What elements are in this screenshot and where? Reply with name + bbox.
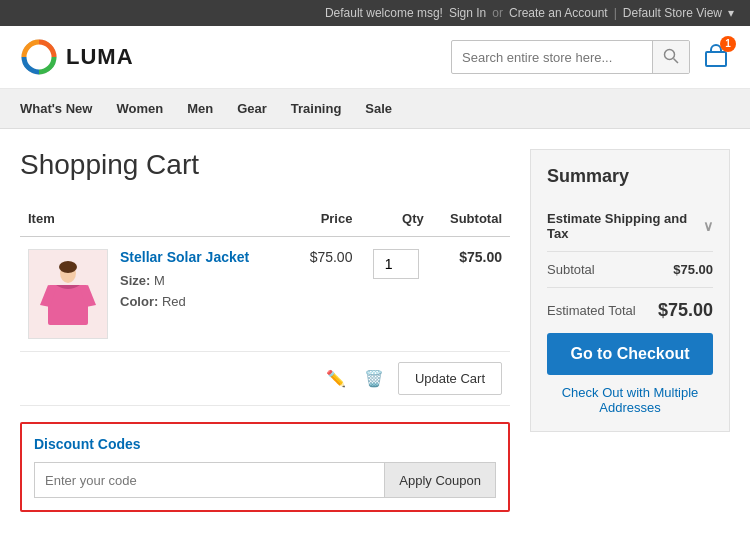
svg-line-2 xyxy=(674,58,679,63)
top-bar: Default welcome msg! Sign In or Create a… xyxy=(0,0,750,26)
total-value: $75.00 xyxy=(658,300,713,321)
coupon-code-input[interactable] xyxy=(34,462,384,498)
header-right: 1 xyxy=(451,40,730,74)
product-info: Stellar Solar Jacket Size: M Color: Red xyxy=(120,249,249,313)
search-input[interactable] xyxy=(452,44,652,71)
welcome-text: Default welcome msg! xyxy=(325,6,443,20)
summary-title: Summary xyxy=(547,166,713,187)
store-view-chevron-icon: ▾ xyxy=(728,6,734,20)
discount-title[interactable]: Discount Codes xyxy=(34,436,496,452)
table-row: Stellar Solar Jacket Size: M Color: Red … xyxy=(20,237,510,352)
header: LUMA 1 xyxy=(0,26,750,89)
nav-men[interactable]: Men xyxy=(187,89,213,128)
nav: What's New Women Men Gear Training Sale xyxy=(0,89,750,129)
item-subtotal: $75.00 xyxy=(432,237,510,352)
item-price: $75.00 xyxy=(293,237,361,352)
col-price: Price xyxy=(293,201,361,237)
total-label: Estimated Total xyxy=(547,303,636,318)
nav-gear[interactable]: Gear xyxy=(237,89,267,128)
summary-box: Summary Estimate Shipping and Tax ∨ Subt… xyxy=(530,149,730,432)
search-box xyxy=(451,40,690,74)
search-button[interactable] xyxy=(652,40,689,74)
logo-text: LUMA xyxy=(66,44,134,70)
shipping-row[interactable]: Estimate Shipping and Tax ∨ xyxy=(547,201,713,252)
svg-point-1 xyxy=(665,49,675,59)
shipping-label: Estimate Shipping and Tax xyxy=(547,211,703,241)
cart-actions: ✏️ 🗑️ Update Cart xyxy=(20,352,510,406)
multi-checkout-link[interactable]: Check Out with Multiple Addresses xyxy=(547,385,713,415)
cart-badge: 1 xyxy=(720,36,736,52)
cart-icon-wrap[interactable]: 1 xyxy=(702,42,730,73)
page: Shopping Cart Item Price Qty Subtotal xyxy=(0,129,750,532)
subtotal-label: Subtotal xyxy=(547,262,595,277)
store-view-separator: | xyxy=(614,6,617,20)
subtotal-value: $75.00 xyxy=(673,262,713,277)
discount-form: Apply Coupon xyxy=(34,462,496,498)
logo-icon xyxy=(20,38,58,76)
delete-button[interactable]: 🗑️ xyxy=(360,365,388,392)
svg-point-6 xyxy=(59,261,77,273)
checkout-button[interactable]: Go to Checkout xyxy=(547,333,713,375)
svg-rect-3 xyxy=(706,52,726,66)
update-cart-button[interactable]: Update Cart xyxy=(398,362,502,395)
apply-coupon-button[interactable]: Apply Coupon xyxy=(384,462,496,498)
create-account-link[interactable]: Create an Account xyxy=(509,6,608,20)
discount-section: Discount Codes Apply Coupon xyxy=(20,422,510,512)
col-subtotal: Subtotal xyxy=(432,201,510,237)
item-cell: Stellar Solar Jacket Size: M Color: Red xyxy=(20,237,293,352)
main-content: Shopping Cart Item Price Qty Subtotal xyxy=(20,149,510,512)
product-color: Color: Red xyxy=(120,292,249,313)
product-name[interactable]: Stellar Solar Jacket xyxy=(120,249,249,265)
item-qty-cell xyxy=(360,237,431,352)
nav-sale[interactable]: Sale xyxy=(365,89,392,128)
product-thumbnail xyxy=(28,249,108,339)
store-view-selector[interactable]: Default Store View xyxy=(623,6,722,20)
product-size: Size: M xyxy=(120,271,249,292)
col-item: Item xyxy=(20,201,293,237)
shipping-chevron-icon: ∨ xyxy=(703,218,713,234)
summary-sidebar: Summary Estimate Shipping and Tax ∨ Subt… xyxy=(530,149,730,512)
or-separator: or xyxy=(492,6,503,20)
signin-link[interactable]: Sign In xyxy=(449,6,486,20)
nav-training[interactable]: Training xyxy=(291,89,342,128)
search-icon xyxy=(663,48,679,64)
logo[interactable]: LUMA xyxy=(20,38,134,76)
page-title: Shopping Cart xyxy=(20,149,510,181)
qty-input[interactable] xyxy=(373,249,419,279)
product-image xyxy=(38,257,98,332)
nav-women[interactable]: Women xyxy=(116,89,163,128)
total-row: Estimated Total $75.00 xyxy=(547,288,713,333)
subtotal-row: Subtotal $75.00 xyxy=(547,252,713,288)
nav-whats-new[interactable]: What's New xyxy=(20,89,92,128)
cart-table: Item Price Qty Subtotal xyxy=(20,201,510,352)
edit-button[interactable]: ✏️ xyxy=(322,365,350,392)
col-qty: Qty xyxy=(360,201,431,237)
